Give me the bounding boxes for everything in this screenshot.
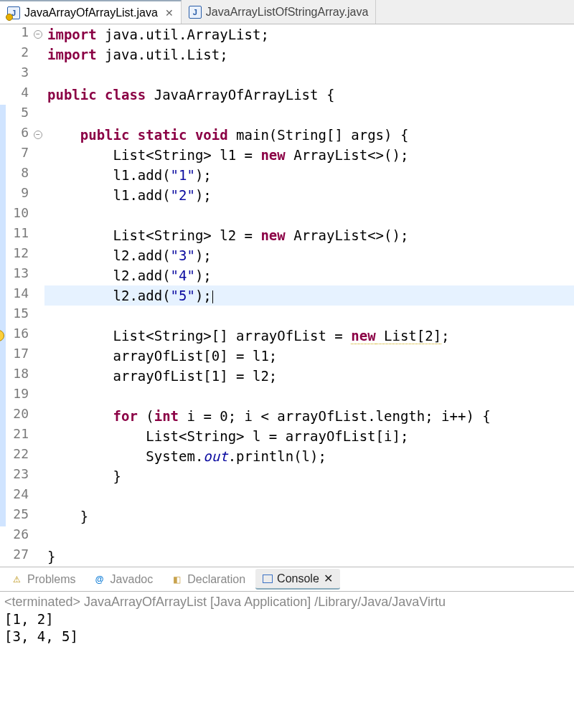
code-line[interactable]: l1.add("2"); [44,185,574,205]
code-line[interactable] [44,526,574,547]
tab-inactive-file[interactable]: J JavaArrayListOfStringArray.java [182,0,376,24]
code-line[interactable]: for (int i = 0; i < arrayOfList.length; … [44,406,574,426]
line-number: 8 [6,165,29,185]
javadoc-icon: @ [93,573,106,586]
bottom-panel: ⚠ Problems @ Javadoc ◧ Declaration Conso… [0,567,574,647]
line-number: 1 [6,24,29,44]
line-number: 19 [6,386,29,406]
console-output-line: [3, 4, 5] [4,627,570,644]
line-number: 21 [6,426,29,446]
line-number: 13 [6,265,29,285]
console-output-line: [1, 2] [4,610,570,627]
line-number: 15 [6,306,29,326]
console-icon [263,575,273,583]
line-number: 4 [6,85,29,105]
close-icon[interactable]: ✕ [324,572,333,585]
code-line[interactable]: arrayOfList[0] = l1; [44,346,574,366]
editor-tabbar: J JavaArrayOfArrayList.java ✕ J JavaArra… [0,0,574,24]
declaration-icon: ◧ [170,573,183,586]
marker-column [0,24,6,567]
tab-declaration[interactable]: ◧ Declaration [163,570,253,589]
close-icon[interactable]: ✕ [162,7,174,19]
code-line[interactable]: public class JavaArrayOfArrayList { [44,85,574,105]
tab-label: Problems [27,573,76,586]
line-number: 6 [6,125,29,145]
line-number: 2 [6,44,29,65]
line-number: 11 [6,225,29,245]
code-line[interactable]: arrayOfList[1] = l2; [44,366,574,386]
code-line[interactable] [44,486,574,506]
tab-active-file[interactable]: J JavaArrayOfArrayList.java ✕ [0,0,182,24]
line-number: 14 [6,285,29,306]
text-cursor [212,290,213,303]
fold-column: −− [32,24,44,567]
console-status: <terminated> JavaArrayOfArrayList [Java … [4,595,570,610]
tab-label: Console [277,572,319,585]
tab-label: JavaArrayOfArrayList.java [24,6,158,19]
code-line[interactable]: List<String> l = arrayOfList[i]; [44,426,574,446]
line-number: 12 [6,245,29,265]
code-line[interactable] [44,105,574,125]
console-body[interactable]: <terminated> JavaArrayOfArrayList [Java … [0,592,574,647]
code-line[interactable]: l2.add("3"); [44,245,574,265]
line-number: 10 [6,205,29,225]
code-line[interactable]: List<String> l1 = new ArrayList<>(); [44,145,574,165]
source-code[interactable]: import java.util.ArrayList;import java.u… [44,24,574,567]
code-editor[interactable]: 1234567891011121314151617181920212223242… [0,24,574,567]
code-line[interactable]: } [44,506,574,526]
line-number: 20 [6,406,29,426]
java-file-icon: J [7,6,20,19]
code-line[interactable] [44,386,574,406]
tab-label: Declaration [187,573,245,586]
code-line[interactable]: l1.add("1"); [44,165,574,185]
line-number: 3 [6,65,29,85]
line-number: 23 [6,466,29,486]
line-number: 24 [6,486,29,506]
tab-problems[interactable]: ⚠ Problems [3,570,83,589]
line-number: 17 [6,346,29,366]
code-line[interactable]: List<String> l2 = new ArrayList<>(); [44,225,574,245]
tab-console[interactable]: Console ✕ [255,569,340,590]
code-line[interactable]: l2.add("5"); [44,285,574,306]
tab-label: JavaArrayListOfStringArray.java [206,6,368,19]
line-number: 16 [6,326,29,346]
code-line[interactable] [44,205,574,225]
code-line[interactable] [44,65,574,85]
line-number: 7 [6,145,29,165]
code-line[interactable] [44,306,574,326]
code-line[interactable]: List<String>[] arrayOfList = new List[2]… [44,326,574,346]
line-number: 25 [6,506,29,526]
line-number: 27 [6,547,29,567]
line-number: 5 [6,105,29,125]
code-line[interactable]: l2.add("4"); [44,265,574,285]
line-number: 9 [6,185,29,205]
code-line[interactable]: } [44,547,574,567]
fold-toggle-icon[interactable]: − [34,30,42,39]
code-line[interactable]: public static void main(String[] args) { [44,125,574,145]
tab-label: Javadoc [110,573,154,586]
problems-icon: ⚠ [10,573,23,586]
code-line[interactable]: System.out.println(l); [44,446,574,466]
code-line[interactable]: } [44,466,574,486]
code-line[interactable]: import java.util.ArrayList; [44,24,574,44]
fold-toggle-icon[interactable]: − [34,131,42,139]
bottom-panel-tabs: ⚠ Problems @ Javadoc ◧ Declaration Conso… [0,567,574,592]
line-number: 22 [6,446,29,466]
code-line[interactable]: import java.util.List; [44,44,574,65]
line-number: 26 [6,526,29,547]
line-number: 18 [6,366,29,386]
line-number-gutter: 1234567891011121314151617181920212223242… [6,24,32,567]
tab-javadoc[interactable]: @ Javadoc [86,570,161,589]
java-file-icon: J [189,6,202,19]
